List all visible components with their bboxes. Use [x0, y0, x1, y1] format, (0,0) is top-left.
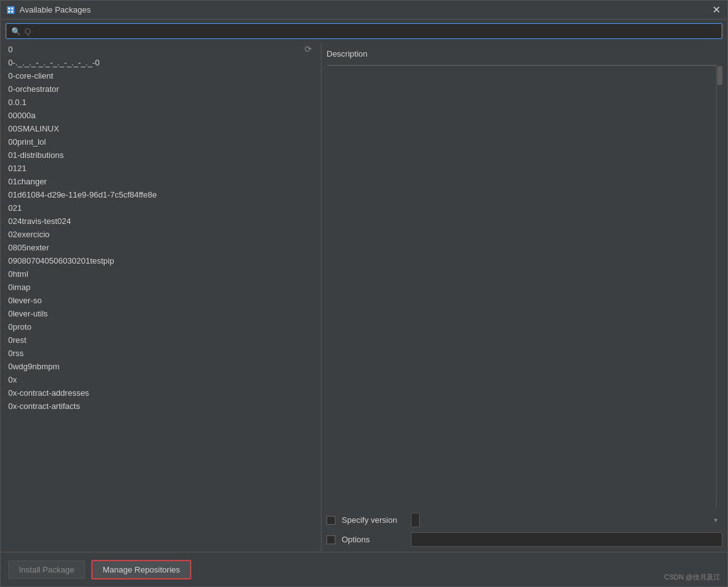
- specify-version-label: Specify version: [342, 515, 405, 525]
- list-item[interactable]: 0rest: [1, 333, 321, 347]
- package-list-wrapper[interactable]: 00-._._._-_._-_._-_._-_._-00-core-client…: [1, 43, 321, 552]
- list-item[interactable]: 0805nexter: [1, 241, 321, 254]
- search-icon: 🔍: [11, 27, 21, 36]
- title-bar: Available Packages ✕: [1, 1, 727, 20]
- description-label: Description: [327, 48, 722, 60]
- specify-version-row: Specify version: [327, 513, 722, 527]
- list-item[interactable]: 01-distributions: [1, 148, 321, 162]
- list-item[interactable]: 0: [1, 43, 321, 56]
- bottom-bar: Install Package Manage Repositories: [1, 552, 727, 586]
- options-row: Options: [327, 532, 722, 547]
- install-package-button[interactable]: Install Package: [8, 561, 85, 579]
- description-wrapper: [327, 65, 722, 508]
- list-item[interactable]: 0-orchestrator: [1, 82, 321, 96]
- list-item[interactable]: 01changer: [1, 175, 321, 188]
- list-item[interactable]: 024travis-test024: [1, 215, 321, 228]
- list-item[interactable]: 0x-contract-addresses: [1, 386, 321, 400]
- search-input-wrapper: 🔍: [6, 23, 722, 39]
- svg-rect-3: [8, 11, 10, 13]
- right-panel-container: Description Specify version: [322, 43, 727, 552]
- package-list: 00-._._._-_._-_._-_._-_._-00-core-client…: [1, 43, 321, 413]
- list-item[interactable]: 00print_lol: [1, 135, 321, 148]
- list-item[interactable]: 00SMALINUX: [1, 122, 321, 135]
- scrollbar-thumb: [717, 66, 722, 85]
- list-item[interactable]: 00000a: [1, 109, 321, 122]
- list-item[interactable]: 0wdg9nbmpm: [1, 360, 321, 373]
- left-panel: 00-._._._-_._-_._-_._-_._-00-core-client…: [1, 43, 322, 552]
- list-item[interactable]: 090807040506030201testpip: [1, 254, 321, 267]
- specify-version-checkbox[interactable]: [327, 516, 335, 525]
- svg-rect-2: [11, 8, 13, 9]
- version-select-wrapper: [411, 513, 722, 527]
- title-bar-left: Available Packages: [6, 5, 91, 15]
- list-item[interactable]: 01d61084-d29e-11e9-96d1-7c5cf84ffe8e: [1, 188, 321, 201]
- list-item[interactable]: 0x: [1, 373, 321, 386]
- manage-repositories-button[interactable]: Manage Repositories: [91, 560, 191, 579]
- options-checkbox[interactable]: [327, 535, 335, 544]
- refresh-icon[interactable]: ⟳: [305, 44, 312, 54]
- svg-rect-1: [8, 8, 10, 9]
- content-area: 00-._._._-_._-_._-_._-_._-00-core-client…: [1, 43, 727, 552]
- svg-rect-0: [7, 6, 14, 14]
- list-item[interactable]: 0rss: [1, 347, 321, 360]
- list-item[interactable]: 0x-contract-artifacts: [1, 400, 321, 413]
- watermark: CSDN @佳月及江: [664, 573, 720, 582]
- right-panel: Description Specify version: [322, 43, 727, 552]
- list-item[interactable]: 0lever-so: [1, 294, 321, 307]
- list-item[interactable]: 0.0.1: [1, 96, 321, 109]
- svg-rect-4: [11, 11, 13, 13]
- list-item[interactable]: 0121: [1, 162, 321, 175]
- list-item[interactable]: 0-core-client: [1, 69, 321, 82]
- list-item[interactable]: 0html: [1, 267, 321, 281]
- available-packages-window: Available Packages ✕ 🔍 00-._._._-_._-_._…: [0, 0, 728, 587]
- list-item[interactable]: 0imap: [1, 281, 321, 294]
- options-input[interactable]: [411, 532, 722, 547]
- description-area: [327, 65, 722, 66]
- search-input[interactable]: [25, 26, 717, 36]
- description-scrollbar[interactable]: [716, 65, 722, 508]
- list-item[interactable]: 0-._._._-_._-_._-_._-_._-0: [1, 56, 321, 69]
- list-item[interactable]: 02exercicio: [1, 228, 321, 241]
- list-item[interactable]: 0lever-utils: [1, 307, 321, 320]
- close-button[interactable]: ✕: [710, 4, 722, 16]
- window-title: Available Packages: [20, 5, 91, 14]
- version-select[interactable]: [411, 513, 420, 527]
- options-section: Specify version Options: [327, 513, 722, 547]
- list-item[interactable]: 0proto: [1, 320, 321, 333]
- list-item[interactable]: 021: [1, 201, 321, 215]
- options-label: Options: [342, 535, 405, 544]
- package-icon: [6, 5, 16, 15]
- search-bar: 🔍: [1, 20, 727, 43]
